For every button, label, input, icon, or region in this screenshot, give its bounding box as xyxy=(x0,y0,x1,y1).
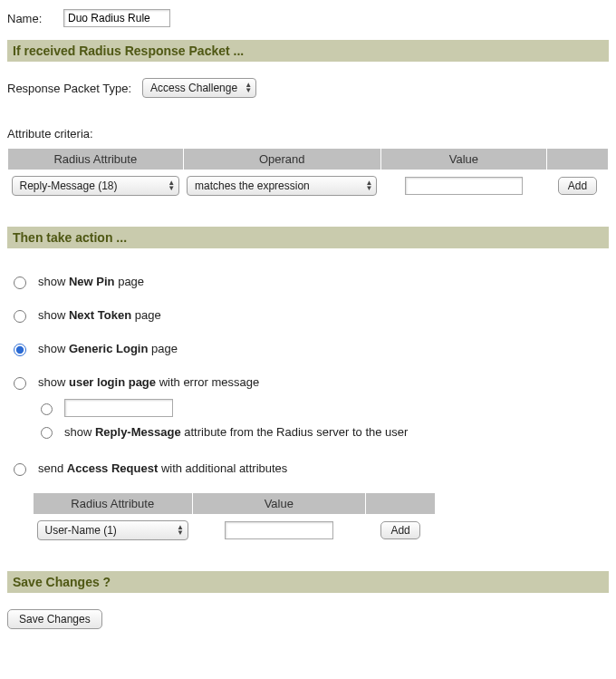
attrs2-header-attribute: Radius Attribute xyxy=(34,493,193,515)
action-user-login-error-radio[interactable] xyxy=(14,377,26,390)
attrs2-attribute-value: User-Name (1) xyxy=(45,524,117,537)
section-save-header: Save Changes ? xyxy=(7,571,609,593)
criteria-value-input[interactable] xyxy=(405,177,523,195)
attrs2-header-action xyxy=(366,493,436,515)
error-sub-custom xyxy=(36,395,609,421)
criteria-attribute-select[interactable]: Reply-Message (18) xyxy=(12,176,180,196)
name-input[interactable] xyxy=(63,9,170,27)
criteria-row: Reply-Message (18) matches the expressio… xyxy=(8,170,609,202)
action-next-token-radio[interactable] xyxy=(14,310,26,323)
attr-criteria-label: Attribute criteria: xyxy=(7,127,609,141)
chevron-updown-icon xyxy=(168,180,175,191)
chevron-updown-icon xyxy=(245,82,252,93)
criteria-header-value: Value xyxy=(380,149,546,170)
response-packet-label: Response Packet Type: xyxy=(7,82,131,95)
action-generic-login-label: show Generic Login page xyxy=(38,342,178,355)
criteria-header-operand: Operand xyxy=(183,149,380,170)
chevron-updown-icon xyxy=(177,525,184,536)
action-list: show New Pin page show Next Token page s… xyxy=(7,265,609,546)
criteria-attribute-value: Reply-Message (18) xyxy=(20,179,118,192)
action-new-pin-radio[interactable] xyxy=(14,276,26,289)
criteria-add-button[interactable]: Add xyxy=(558,177,597,195)
error-sub-reply: show Reply-Message attribute from the Ra… xyxy=(36,421,609,442)
response-packet-value: Access Challenge xyxy=(150,82,237,94)
criteria-header-attribute: Radius Attribute xyxy=(8,149,184,170)
save-changes-button[interactable]: Save Changes xyxy=(7,609,102,629)
criteria-header-action xyxy=(546,149,608,170)
additional-attrs-table: Radius Attribute Value User-Name (1) Add xyxy=(33,492,436,546)
error-sub-list: show Reply-Message attribute from the Ra… xyxy=(36,395,609,442)
action-generic-login[interactable]: show Generic Login page xyxy=(7,332,609,365)
error-sub-reply-label: show Reply-Message attribute from the Ra… xyxy=(64,425,408,439)
attrs2-value-input[interactable] xyxy=(225,521,333,539)
criteria-table: Radius Attribute Operand Value Reply-Mes… xyxy=(7,148,609,201)
error-sub-custom-input[interactable] xyxy=(64,399,173,417)
error-sub-custom-radio[interactable] xyxy=(41,403,53,415)
attrs2-add-button[interactable]: Add xyxy=(380,521,419,539)
section-then-header: Then take action ... xyxy=(7,227,609,248)
criteria-operand-select[interactable]: matches the expression xyxy=(187,176,377,196)
attrs2-attribute-select[interactable]: User-Name (1) xyxy=(37,520,189,540)
action-user-login-error-label: show user login page with error message xyxy=(38,375,259,389)
attrs2-row: User-Name (1) Add xyxy=(34,515,436,547)
response-packet-select[interactable]: Access Challenge xyxy=(142,78,256,98)
action-new-pin[interactable]: show New Pin page xyxy=(7,265,609,298)
attrs2-header-value: Value xyxy=(192,493,366,515)
action-access-request-radio[interactable] xyxy=(14,463,26,476)
name-label: Name: xyxy=(7,12,53,25)
action-user-login-error[interactable]: show user login page with error message xyxy=(7,365,609,399)
action-next-token-label: show Next Token page xyxy=(38,308,161,322)
action-new-pin-label: show New Pin page xyxy=(38,275,144,288)
action-next-token[interactable]: show Next Token page xyxy=(7,298,609,332)
chevron-updown-icon xyxy=(365,180,372,191)
action-access-request-label: send Access Request with additional attr… xyxy=(38,461,287,475)
criteria-operand-value: matches the expression xyxy=(195,179,310,192)
section-if-header: If received Radius Response Packet ... xyxy=(7,40,609,62)
action-access-request[interactable]: send Access Request with additional attr… xyxy=(7,451,609,485)
action-generic-login-radio[interactable] xyxy=(14,344,26,356)
error-sub-reply-radio[interactable] xyxy=(41,427,53,439)
